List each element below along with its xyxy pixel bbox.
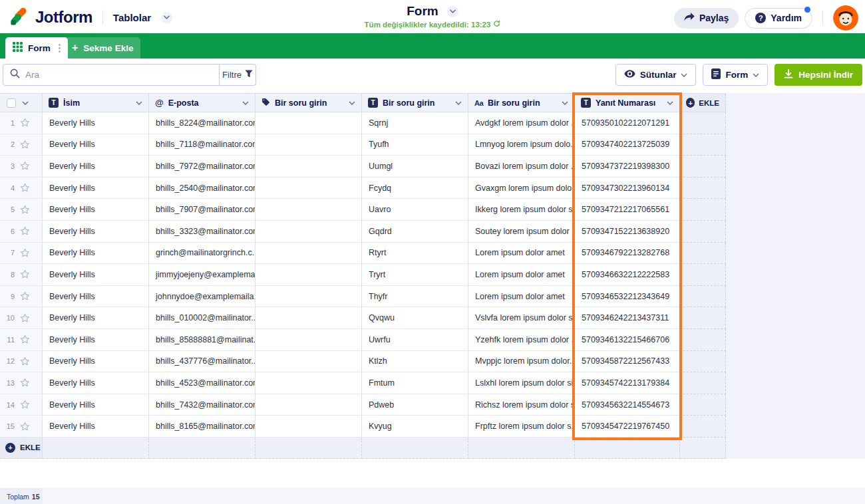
email-cell[interactable]: bhills_2540@mailinator.com <box>149 178 256 199</box>
email-cell[interactable]: bhills_3323@mailinator.com <box>149 221 256 243</box>
answer-number-cell[interactable]: 5709346792213282768 <box>575 243 680 265</box>
question2-cell[interactable]: Tyufh <box>362 134 468 156</box>
name-cell[interactable]: Beverly Hills <box>43 134 149 156</box>
star-icon[interactable] <box>20 248 30 258</box>
email-cell[interactable]: bhills_8165@mailinator.com <box>149 416 256 438</box>
answer-number-cell[interactable]: 5709346132215466706 <box>575 329 680 351</box>
email-cell[interactable]: bhills_4523@mailinator.com <box>149 372 256 394</box>
star-icon[interactable] <box>20 422 30 432</box>
view-button[interactable]: Form <box>703 64 768 86</box>
name-cell[interactable]: Beverly Hills <box>43 286 149 308</box>
answer-number-cell[interactable]: 5709347152213638920 <box>575 221 680 243</box>
question1-cell[interactable] <box>256 286 362 308</box>
filter-button[interactable]: Filtre <box>220 64 256 86</box>
name-cell[interactable]: Beverly Hills <box>43 199 149 221</box>
column-header-yanit-numarasi[interactable]: T Yanıt Numarası <box>575 94 680 112</box>
question2-cell[interactable]: Fcydq <box>362 178 468 199</box>
star-icon[interactable] <box>20 291 30 301</box>
question2-cell[interactable]: Ktlzh <box>362 351 468 373</box>
email-cell[interactable]: bhills_437776@mailinator.... <box>149 351 256 373</box>
email-cell[interactable]: bhills_85888881@mailinat... <box>149 329 256 351</box>
question1-cell[interactable] <box>256 372 362 394</box>
question3-cell[interactable]: Lorem ipsum dolor amet <box>468 243 575 265</box>
question1-cell[interactable] <box>256 178 362 199</box>
question2-cell[interactable]: Uwrfu <box>362 329 468 351</box>
star-icon[interactable] <box>20 378 30 388</box>
answer-number-cell[interactable]: 5709345742213179384 <box>575 372 680 394</box>
answer-number-cell[interactable]: 5709350102212071291 <box>575 112 680 134</box>
email-cell[interactable]: johnnydoe@examplemaila.... <box>149 286 256 308</box>
add-tab-button[interactable]: + Sekme Ekle <box>65 37 140 59</box>
name-cell[interactable]: Beverly Hills <box>43 264 149 286</box>
answer-number-cell[interactable]: 5709346532212343649 <box>575 286 680 308</box>
name-cell[interactable]: Beverly Hills <box>43 156 149 178</box>
answer-number-cell[interactable]: 5709346242213437311 <box>575 307 680 329</box>
question3-cell[interactable]: Vslvfa lorem ipsum dolor s... <box>468 307 575 329</box>
name-cell[interactable]: Beverly Hills <box>43 243 149 265</box>
email-cell[interactable]: bhills_7432@mailinator.com <box>149 394 256 416</box>
star-icon[interactable] <box>20 334 30 344</box>
name-cell[interactable]: Beverly Hills <box>43 112 149 134</box>
question2-cell[interactable]: Kvyug <box>362 416 468 438</box>
star-icon[interactable] <box>20 269 30 279</box>
question1-cell[interactable] <box>256 243 362 265</box>
question2-cell[interactable]: Uumgl <box>362 156 468 178</box>
avatar[interactable] <box>833 5 858 31</box>
question1-cell[interactable] <box>256 351 362 373</box>
star-icon[interactable] <box>20 183 30 193</box>
question3-cell[interactable]: Frpftz lorem ipsum dolor s... <box>468 416 575 438</box>
search-box[interactable] <box>3 64 220 86</box>
email-cell[interactable]: bhills_7118@mailinator.com <box>149 134 256 156</box>
question3-cell[interactable]: Soutey lorem ipsum dolor ... <box>468 221 575 243</box>
star-icon[interactable] <box>20 140 30 150</box>
star-icon[interactable] <box>20 161 30 171</box>
question3-cell[interactable]: Lorem ipsum dolor amet <box>468 286 575 308</box>
search-input[interactable] <box>25 70 198 80</box>
column-header-soru2[interactable]: T Bir soru girin <box>362 94 468 112</box>
question1-cell[interactable] <box>256 134 362 156</box>
question2-cell[interactable]: Gqdrd <box>362 221 468 243</box>
name-cell[interactable]: Beverly Hills <box>43 372 149 394</box>
email-cell[interactable]: bhills_010002@mailinator.... <box>149 307 256 329</box>
question3-cell[interactable]: Ikkerg lorem ipsum dolor s... <box>468 199 575 221</box>
name-cell[interactable]: Beverly Hills <box>43 178 149 199</box>
question3-cell[interactable]: Avdgkf lorem ipsum dolor ... <box>468 112 575 134</box>
chevron-down-icon[interactable] <box>22 101 29 105</box>
star-icon[interactable] <box>20 118 30 128</box>
answer-number-cell[interactable]: 5709347402213725039 <box>575 134 680 156</box>
question2-cell[interactable]: Qvqwu <box>362 307 468 329</box>
name-cell[interactable]: Beverly Hills <box>43 394 149 416</box>
email-cell[interactable]: bhills_7972@mailinator.com <box>149 156 256 178</box>
column-header-isim[interactable]: T İsim <box>43 94 149 112</box>
column-header-soru3[interactable]: Aa Bir soru girin <box>468 94 575 112</box>
question1-cell[interactable] <box>256 394 362 416</box>
name-cell[interactable]: Beverly Hills <box>43 307 149 329</box>
question2-cell[interactable]: Thyfr <box>362 286 468 308</box>
email-cell[interactable]: jimmyjoejeny@examplema... <box>149 264 256 286</box>
question3-cell[interactable]: Mvppjc lorem ipsum dolor... <box>468 351 575 373</box>
select-all-checkbox[interactable] <box>7 98 16 108</box>
column-header-soru1[interactable]: Bir soru girin <box>256 94 362 112</box>
answer-number-cell[interactable]: 5709346632212222583 <box>575 264 680 286</box>
question1-cell[interactable] <box>256 307 362 329</box>
name-cell[interactable]: Beverly Hills <box>43 329 149 351</box>
question3-cell[interactable]: Gvaxgm lorem ipsum dolo... <box>468 178 575 199</box>
answer-number-cell[interactable]: 5709345632214554673 <box>575 394 680 416</box>
question2-cell[interactable]: Rtyrt <box>362 243 468 265</box>
tab-form[interactable]: Form <box>5 37 68 59</box>
answer-number-cell[interactable]: 5709345872212567433 <box>575 351 680 373</box>
question2-cell[interactable]: Pdweb <box>362 394 468 416</box>
question2-cell[interactable]: Sqrnj <box>362 112 468 134</box>
question1-cell[interactable] <box>256 416 362 438</box>
question1-cell[interactable] <box>256 264 362 286</box>
tab-kebab-icon[interactable] <box>59 44 61 53</box>
star-icon[interactable] <box>20 313 30 323</box>
answer-number-cell[interactable]: 5709345472219767450 <box>575 416 680 438</box>
share-button[interactable]: Paylaş <box>674 8 739 29</box>
name-cell[interactable]: Beverly Hills <box>43 416 149 438</box>
column-header-eposta[interactable]: @ E-posta <box>149 94 256 112</box>
question2-cell[interactable]: Fmtum <box>362 372 468 394</box>
question2-cell[interactable]: Uavro <box>362 199 468 221</box>
name-cell[interactable]: Beverly Hills <box>43 351 149 373</box>
answer-number-cell[interactable]: 5709347372219398300 <box>575 156 680 178</box>
